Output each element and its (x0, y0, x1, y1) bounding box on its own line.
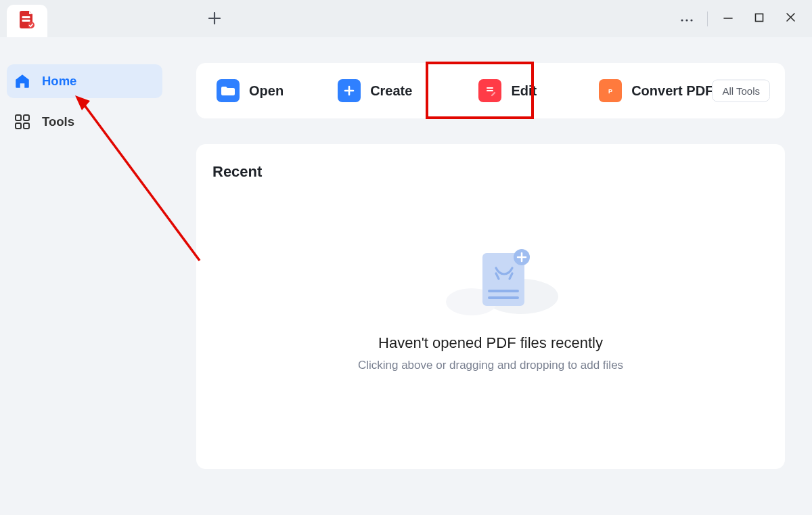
create-button[interactable]: Create (331, 74, 419, 107)
close-icon (786, 12, 796, 25)
sidebar: Home Tools (0, 37, 169, 515)
tools-grid-icon (12, 112, 32, 132)
close-button[interactable] (775, 5, 805, 32)
toolbar-card: Open Create Edit (196, 63, 785, 118)
main-area: Home Tools Open (0, 37, 812, 515)
svg-rect-9 (16, 123, 21, 129)
recent-empty-state: Haven't opened PDF files recently Clicki… (196, 249, 785, 372)
home-icon (12, 71, 32, 91)
svg-rect-10 (24, 123, 29, 129)
app-logo-tab[interactable] (7, 5, 47, 37)
sidebar-item-home[interactable]: Home (7, 64, 162, 98)
recent-card: Recent Haven't opened PDF files recently… (196, 144, 785, 469)
svg-rect-7 (16, 115, 21, 120)
toolbar-label: Edit (511, 83, 537, 99)
ellipsis-icon (680, 13, 694, 25)
svg-point-5 (690, 19, 692, 21)
new-tab-button[interactable] (203, 7, 226, 30)
empty-subtitle: Clicking above or dragging and dropping … (196, 359, 785, 372)
svg-point-4 (685, 19, 687, 21)
plus-icon (208, 9, 221, 28)
pdf-app-icon (16, 9, 38, 33)
all-tools-button[interactable]: All Tools (712, 80, 770, 102)
titlebar (0, 0, 812, 37)
sidebar-item-label: Tools (42, 114, 74, 129)
edit-button[interactable]: Edit (472, 74, 543, 107)
empty-title: Haven't opened PDF files recently (196, 334, 785, 352)
sidebar-item-tools[interactable]: Tools (7, 105, 162, 139)
divider (707, 12, 708, 26)
convert-pdf-button[interactable]: P Convert PDF (592, 74, 720, 107)
content-area: Open Create Edit (169, 37, 812, 515)
convert-pdf-icon: P (599, 79, 622, 102)
svg-rect-8 (24, 115, 29, 120)
minimize-icon (723, 12, 734, 26)
minimize-button[interactable] (713, 5, 743, 32)
empty-illustration[interactable] (416, 249, 565, 317)
window-controls (672, 0, 805, 37)
sidebar-item-label: Home (42, 74, 76, 89)
recent-title: Recent (212, 163, 769, 181)
svg-rect-1 (22, 20, 30, 22)
svg-point-2 (28, 22, 35, 28)
more-menu-button[interactable] (672, 5, 702, 32)
svg-point-3 (681, 19, 683, 21)
toolbar-label: Open (249, 83, 284, 99)
toolbar-label: Create (370, 83, 412, 99)
open-button[interactable]: Open (210, 74, 290, 107)
toolbar-label: Convert PDF (631, 83, 713, 99)
maximize-button[interactable] (744, 5, 774, 32)
folder-icon (217, 79, 240, 102)
maximize-icon (754, 13, 764, 25)
edit-document-icon (478, 79, 501, 102)
svg-rect-6 (756, 14, 763, 21)
plus-square-icon (338, 79, 361, 102)
svg-rect-0 (22, 16, 30, 18)
svg-text:P: P (608, 88, 612, 95)
